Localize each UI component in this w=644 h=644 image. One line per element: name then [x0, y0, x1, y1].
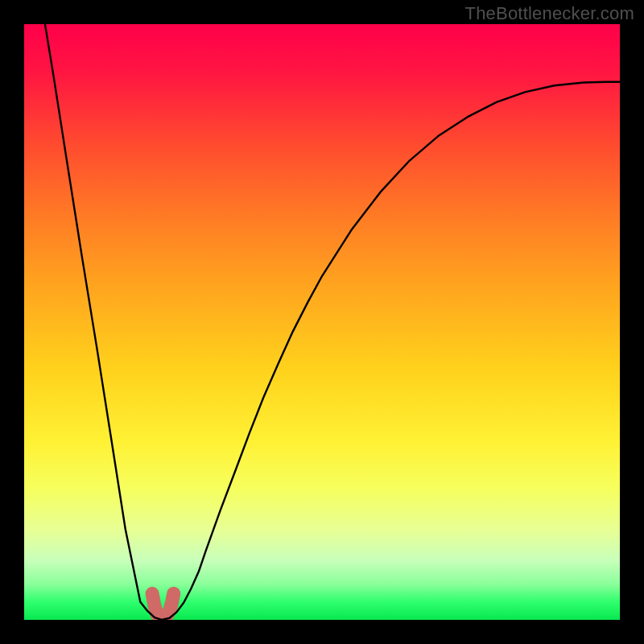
- trough-marker-path: [152, 593, 174, 620]
- watermark-text: TheBottlenecker.com: [465, 3, 634, 24]
- plot-area: [24, 24, 620, 620]
- chart-frame: TheBottlenecker.com: [0, 0, 644, 644]
- bottleneck-curve-path: [24, 24, 620, 620]
- chart-svg: [24, 24, 620, 620]
